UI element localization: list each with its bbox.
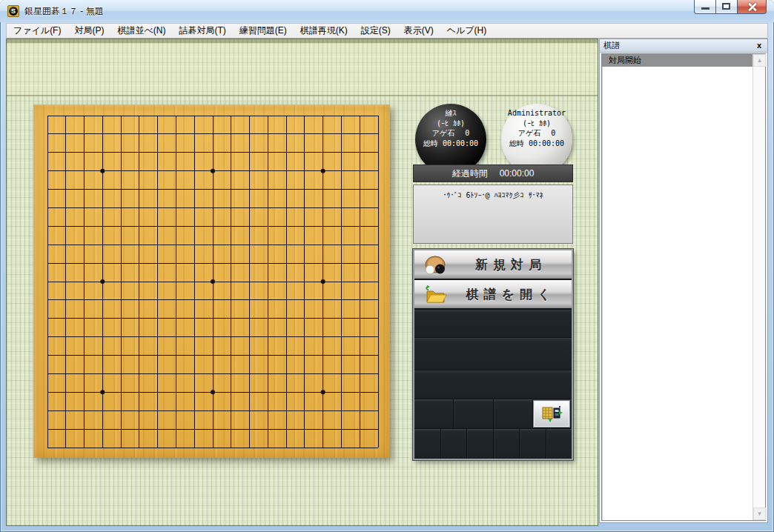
panel-slot xyxy=(467,429,494,459)
kifu-panel-header: 棋譜 x xyxy=(600,39,767,53)
minimize-icon xyxy=(701,7,710,10)
panel-slot xyxy=(441,429,468,459)
panel-slot xyxy=(546,429,572,459)
go-bowl-icon xyxy=(423,255,447,276)
black-total-time: 総時00:00:00 xyxy=(415,139,486,149)
black-player-rank: (ｰﾋ ｶﾎ) xyxy=(415,119,486,129)
tatami-seam xyxy=(7,95,598,96)
panel-slot-row xyxy=(414,429,572,459)
client-area: 縺ｽ (ｰﾋ ｶﾎ) アゲ石0 総時00:00:00 Administrator… xyxy=(6,39,768,526)
panel-slot xyxy=(414,310,572,338)
menu-item-tsumego[interactable]: 詰碁対局(T) xyxy=(172,24,232,38)
menu-item-file[interactable]: ファイル(F) xyxy=(7,24,67,38)
kifu-panel-title: 棋譜 xyxy=(603,41,620,50)
board-grid xyxy=(33,104,390,458)
restore-button[interactable] xyxy=(716,0,737,14)
new-game-button[interactable]: 新規対局 xyxy=(414,250,572,280)
menu-item-kifu-narabe[interactable]: 棋譜並べ(N) xyxy=(110,24,172,38)
tatami-band xyxy=(7,39,598,43)
menu-item-replay[interactable]: 棋譜再現(K) xyxy=(294,24,354,38)
go-board[interactable] xyxy=(33,104,390,458)
panel-slot xyxy=(414,399,454,428)
panel-slot xyxy=(520,429,546,459)
panel-slot xyxy=(414,338,572,370)
white-captures: アゲ石0 xyxy=(501,128,572,139)
menu-item-play[interactable]: 対局(P) xyxy=(67,24,110,38)
restore-icon xyxy=(722,3,730,10)
menu-bar: ファイル(F) 対局(P) 棋譜並べ(N) 詰碁対局(T) 練習問題(E) 棋譜… xyxy=(6,23,768,39)
panel-slot xyxy=(414,429,441,459)
kifu-item-selected[interactable]: 対局開始 xyxy=(602,54,752,67)
black-captures: アゲ石0 xyxy=(415,128,486,139)
open-folder-icon xyxy=(423,285,447,305)
message-box: ･ｳ･ﾟｺ 6ﾄｿｰ･@ ﾊﾖｺﾏｸ彡ｺ ｻ･ﾏﾈ xyxy=(413,184,573,244)
kifu-scrollbar[interactable]: ▲ ▼ xyxy=(752,54,765,520)
kifu-list[interactable]: 対局開始 ▲ ▼ xyxy=(601,53,766,521)
kifu-close-button[interactable]: x xyxy=(754,40,764,51)
scroll-down-button[interactable]: ▼ xyxy=(753,508,766,520)
menu-item-help[interactable]: ヘルプ(H) xyxy=(440,24,494,38)
control-panel: 新規対局 棋譜を開く xyxy=(413,249,573,460)
menu-item-settings[interactable]: 設定(S) xyxy=(354,24,397,38)
board-layout-icon xyxy=(542,406,563,422)
elapsed-time-bar: 経過時間00:00:00 xyxy=(413,164,573,182)
panel-slot xyxy=(533,399,572,428)
app-icon: S xyxy=(7,5,19,17)
app-window: S 銀星囲碁１７ - 無題 ファイル(F) 対局(P) 棋譜並べ(N) 詰碁対局… xyxy=(0,0,774,532)
open-kifu-button[interactable]: 棋譜を開く xyxy=(414,280,572,310)
elapsed-label: 経過時間 xyxy=(452,168,488,179)
panel-slot-row xyxy=(414,399,572,429)
mini-board-button[interactable] xyxy=(533,400,570,428)
app-icon-letter: S xyxy=(9,7,18,16)
menu-item-view[interactable]: 表示(V) xyxy=(397,24,440,38)
title-bar[interactable]: S 銀星囲碁１７ - 無題 xyxy=(0,0,774,22)
elapsed-value: 00:00:00 xyxy=(500,168,535,179)
panel-slot xyxy=(414,370,572,399)
menu-item-exercise[interactable]: 練習問題(E) xyxy=(233,24,294,38)
white-player-name: Administrator xyxy=(501,108,572,119)
minimize-button[interactable] xyxy=(694,0,716,14)
close-button[interactable] xyxy=(737,0,767,14)
window-title: 銀星囲碁１７ - 無題 xyxy=(24,5,104,18)
message-text: ･ｳ･ﾟｺ 6ﾄｿｰ･@ ﾊﾖｺﾏｸ彡ｺ ｻ･ﾏﾈ xyxy=(443,191,543,199)
tatami-tint xyxy=(7,43,598,95)
game-area: 縺ｽ (ｰﾋ ｶﾎ) アゲ石0 総時00:00:00 Administrator… xyxy=(6,39,598,526)
panel-slot xyxy=(494,399,533,428)
black-player-name: 縺ｽ xyxy=(415,108,486,119)
scroll-up-button[interactable]: ▲ xyxy=(753,54,766,67)
kifu-panel: 棋譜 x 対局開始 ▲ ▼ xyxy=(599,39,768,523)
panel-slot xyxy=(494,429,520,459)
panel-slot xyxy=(454,399,493,428)
white-player-rank: (ｰﾋ ｶﾎ) xyxy=(501,119,572,129)
white-total-time: 総時00:00:00 xyxy=(501,139,572,149)
